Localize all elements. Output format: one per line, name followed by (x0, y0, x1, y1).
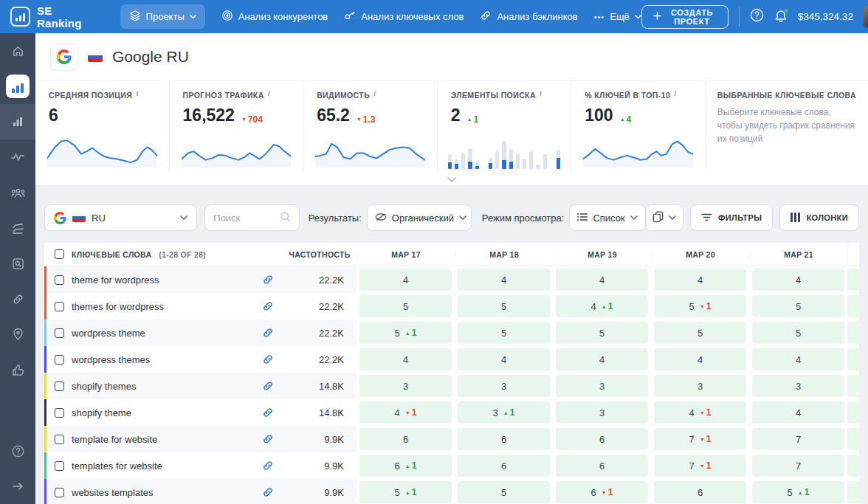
row-checkbox[interactable] (55, 355, 64, 365)
row-checkbox[interactable] (55, 461, 64, 471)
table-row[interactable]: wordpress themes 22.2K 44444 (44, 346, 859, 373)
nav-keyword-analysis[interactable]: Анализ ключевых слов (344, 10, 464, 24)
position-cell[interactable]: 4 (553, 266, 651, 293)
position-cell[interactable]: 4 (651, 346, 749, 373)
position-cell[interactable]: 4 (455, 266, 553, 293)
sidebar-item-local[interactable] (0, 317, 35, 352)
nav-more[interactable]: ••• Ещё (594, 11, 641, 22)
position-cell[interactable]: 3 (553, 399, 651, 426)
position-cell[interactable]: 5 (356, 293, 455, 320)
sidebar-collapse-toggle[interactable] (0, 469, 35, 504)
position-cell[interactable]: 3▲1 (455, 399, 553, 426)
row-checkbox[interactable] (55, 328, 64, 338)
nav-projects[interactable]: Проекты (120, 4, 205, 29)
date-column-header[interactable]: МАР 19 (553, 250, 651, 259)
position-cell[interactable]: 4▼1 (356, 399, 455, 426)
ranked-url-link-icon[interactable] (262, 486, 274, 498)
table-row[interactable]: shopify themes 14.8K 33333 (44, 373, 859, 399)
sidebar-item-traffic[interactable] (0, 139, 35, 175)
results-type-dropdown[interactable]: Органический (367, 204, 472, 231)
position-cell[interactable]: 4 (455, 346, 553, 373)
position-cell[interactable]: 6 (553, 426, 651, 452)
date-column-header[interactable]: МАР 20 (651, 250, 749, 259)
ranked-url-link-icon[interactable] (262, 274, 274, 286)
nav-competitor-analysis[interactable]: Анализ конкурентов (221, 10, 328, 24)
date-column-header[interactable]: МАР 21 (749, 250, 847, 259)
position-cell[interactable]: 7▼1 (651, 426, 749, 452)
select-all-checkbox[interactable] (55, 249, 64, 259)
panel-collapse-toggle[interactable] (35, 171, 868, 185)
sidebar-item-analytics[interactable] (0, 104, 35, 139)
position-cell[interactable]: 6 (455, 452, 553, 479)
ranked-url-link-icon[interactable] (262, 407, 274, 418)
card-visibility[interactable]: ВИДИМОСТЬi 65.2 ▼1.3 (303, 81, 437, 171)
position-cell[interactable]: 5▲1 (356, 479, 455, 504)
sidebar-item-page-audit[interactable] (0, 246, 35, 281)
position-cell[interactable]: 6▼1 (553, 479, 651, 504)
position-cell[interactable]: 4 (749, 266, 847, 293)
position-cell[interactable]: 7 (749, 452, 847, 479)
position-cell[interactable]: 3 (553, 373, 651, 399)
table-row[interactable]: websites templates 9.9K 5▲156▼165▲1 (44, 479, 859, 504)
position-cell[interactable]: 4 (553, 346, 651, 373)
position-cell[interactable]: 3 (749, 373, 847, 399)
row-checkbox[interactable] (55, 302, 64, 311)
help-icon[interactable] (750, 8, 764, 25)
position-cell[interactable]: 6 (356, 426, 455, 452)
row-checkbox[interactable] (55, 275, 64, 285)
columns-button[interactable]: КОЛОНКИ (779, 204, 859, 231)
position-cell[interactable]: 7 (749, 426, 847, 452)
row-checkbox[interactable] (55, 488, 64, 497)
position-cell[interactable]: 4 (356, 346, 455, 373)
keyword-search-input[interactable]: Поиск (204, 204, 299, 231)
ranked-url-link-icon[interactable] (262, 300, 274, 312)
ranked-url-link-icon[interactable] (262, 380, 274, 392)
card-traffic-forecast[interactable]: ПРОГНОЗ ТРАФИКАi 16,522 ▼704 (169, 81, 303, 171)
position-cell[interactable]: 7▼1 (651, 452, 749, 479)
position-cell[interactable]: 5 (455, 293, 553, 320)
position-cell[interactable]: 5 (553, 320, 651, 346)
date-column-header[interactable]: МАР 18 (455, 250, 553, 259)
table-row[interactable]: templates for website 9.9K 6▲1667▼17 (44, 452, 859, 479)
position-cell[interactable]: 3 (356, 373, 455, 399)
position-cell[interactable]: 6▲1 (356, 452, 455, 479)
account-balance[interactable]: $345,324.32 (798, 11, 853, 22)
position-cell[interactable]: 5 (749, 293, 847, 320)
position-cell[interactable]: 4 (749, 346, 847, 373)
create-project-button[interactable]: СОЗДАТЬ ПРОЕКТ (641, 5, 728, 29)
user-avatar[interactable] (864, 6, 868, 28)
position-cell[interactable]: 6 (553, 452, 651, 479)
position-cell[interactable]: 5 (455, 320, 553, 346)
ranked-url-link-icon[interactable] (262, 460, 274, 472)
search-engine-dropdown[interactable]: RU (44, 204, 197, 231)
ranked-url-link-icon[interactable] (262, 433, 274, 445)
position-cell[interactable]: 5▲1 (356, 320, 455, 346)
position-cell[interactable]: 6 (455, 426, 553, 452)
table-row[interactable]: wordpress theme 22.2K 5▲15555 (44, 320, 859, 346)
view-mode-dropdown[interactable]: Список (569, 204, 645, 231)
filters-button[interactable]: ФИЛЬТРЫ (690, 204, 773, 231)
position-cell[interactable]: 4▲1 (553, 293, 651, 320)
ranked-url-link-icon[interactable] (262, 327, 274, 339)
table-row[interactable]: themes for wordpress 22.2K 554▲15▼15 (44, 293, 859, 320)
copy-export-button[interactable] (646, 204, 683, 231)
position-cell[interactable]: 5 (651, 320, 749, 346)
sidebar-item-rankings-active[interactable] (0, 69, 35, 104)
table-row[interactable]: shopify theme 14.8K 4▼13▲134▼14 (44, 399, 859, 426)
table-row[interactable]: theme for wordpress 22.2K 44444 (44, 266, 859, 293)
frequency-column-header[interactable]: ЧАСТОТНОСТЬ (283, 250, 356, 259)
position-cell[interactable]: 4 (749, 399, 847, 426)
card-average-position[interactable]: СРЕДНЯЯ ПОЗИЦИЯi 6 (35, 81, 169, 171)
position-cell[interactable]: 4 (356, 266, 455, 293)
position-cell[interactable]: 4▼1 (651, 399, 749, 426)
position-cell[interactable]: 5 (455, 479, 553, 504)
card-serp-features[interactable]: ЭЛЕМЕНТЫ ПОИСКАi 2 ▲1 (437, 81, 571, 171)
notifications-bell-icon[interactable] (774, 10, 788, 24)
ranked-url-link-icon[interactable] (262, 353, 274, 365)
row-checkbox[interactable] (55, 382, 64, 391)
sidebar-item-serp-features[interactable] (0, 210, 35, 246)
position-cell[interactable]: 5 (749, 320, 847, 346)
sidebar-item-competitors[interactable] (0, 175, 35, 210)
sidebar-item-backlinks[interactable] (0, 281, 35, 317)
sidebar-item-help[interactable] (0, 433, 35, 469)
